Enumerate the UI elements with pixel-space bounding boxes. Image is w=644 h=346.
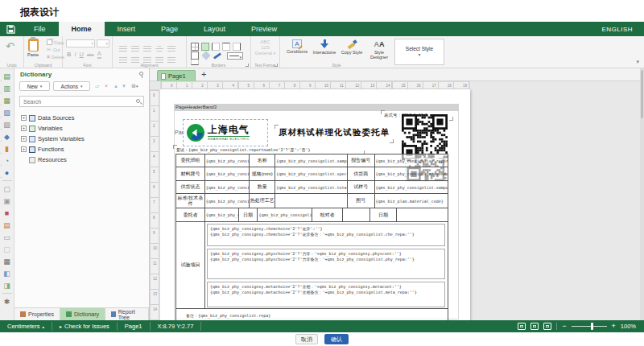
tree-item-system-variables[interactable]: +System Variables [14,134,149,144]
table-field-cell[interactable] [397,208,448,221]
undo-button[interactable]: ↶ [6,40,14,52]
text-rotate-icon[interactable] [155,46,163,52]
actions-button[interactable]: Actions▾ [53,81,90,91]
single-page-view-icon[interactable] [518,323,526,330]
report-bands-tool-icon[interactable]: ▤› [1,70,14,82]
italic-button[interactable]: I [74,51,76,58]
table-field-cell[interactable]: {qms_biz_phy_consignlist.status} [205,181,250,193]
table-label-cell[interactable]: 材料牌号 [176,167,205,180]
zoom-in-button[interactable]: + [612,323,616,330]
wrap-text-icon[interactable] [167,46,175,52]
subreport-tool-icon[interactable]: ▢ [1,243,14,255]
select-style-dropdown[interactable]: Select Style ▾ [394,39,444,65]
delete-button[interactable]: ×Delete [47,54,64,60]
no-borders-button[interactable] [201,43,209,51]
right-border-button[interactable] [233,43,241,51]
blank-page-tool-icon[interactable]: ▢ [1,183,14,195]
retest-expression-text[interactable]: 复试：{qms_biz_phy_consignlist.reportnuml==… [176,147,361,152]
zoom-slider[interactable] [572,326,607,327]
table-label-cell[interactable]: 数量 [250,181,275,193]
ribbon-tab-home[interactable]: Home [59,22,105,36]
border-color-icon[interactable] [213,52,221,59]
pin-icon[interactable] [139,72,143,76]
table-label-cell[interactable]: 标准/技术条件 [176,194,205,208]
panel-tab-properties[interactable]: Properties [14,308,60,320]
units-dropdown[interactable]: Centimeters▴ [0,322,52,331]
table-label-cell[interactable]: 试样号 [348,181,375,193]
table-label-cell[interactable]: 规格(mm) [250,167,275,180]
rich-text-tool-icon[interactable]: ▤ [1,219,14,231]
page-header-band[interactable]: PageHeaderBand3 [174,104,459,111]
bold-button[interactable]: B [67,51,71,58]
edit-icon[interactable]: ▱ [95,83,99,89]
check-for-issues-button[interactable]: ▸Check for Issues [52,322,118,331]
table-label-cell[interactable]: 日期 [239,208,258,221]
table-field-cell[interactable]: {qms_biz_phy_consignlist.material_grad} [205,167,250,180]
continuous-view-icon[interactable] [530,323,539,330]
panel-tab-dictionary[interactable]: Dictionary [60,308,105,320]
add-page-button[interactable]: + [201,69,206,79]
picture-tool-icon[interactable]: ◨ [1,279,14,291]
tree-item-functions[interactable]: +Functions [14,144,149,154]
table-label-cell[interactable]: 校对者 [312,208,343,221]
interaction-button[interactable]: Interactione [311,39,338,55]
font-name-select[interactable] [66,39,95,47]
align-bottom-icon[interactable] [143,46,151,52]
company-logo[interactable]: 上海电气 SHANGHAI ELECTRIC [183,119,268,146]
expander-icon[interactable]: + [21,115,27,121]
font-size-select[interactable] [97,39,109,47]
tree-item-data-sources[interactable]: +Data Sources [14,113,149,123]
canvas-vertical-scrollbar[interactable] [640,68,644,320]
gauge-tool-icon[interactable]: ◔› [1,154,14,167]
data-bands-tool-icon[interactable]: ▦› [1,94,14,106]
conditions-button[interactable]: A Conditions [283,39,311,54]
container-tool-icon[interactable]: ▭ [1,231,14,243]
delete-item-icon[interactable]: × [105,83,108,89]
font-color-button[interactable]: A [97,50,101,59]
paste-button[interactable]: Paste [27,39,39,57]
expander-icon[interactable]: + [21,146,27,152]
table-field-cell[interactable]: {qms_biz_phy_consignlist.standcode} [205,194,250,208]
left-border-button[interactable] [212,43,220,51]
table-field-cell[interactable]: {qms_biz_phy_consignlist.reportnum} [375,154,448,167]
table-field-cell[interactable]: {qms_biz_phy_consignlist.sampunionnum} [375,181,448,193]
components-tool-icon[interactable]: ▧› [1,106,14,118]
align-top-icon[interactable] [119,46,127,52]
ribbon-tab-insert[interactable]: Insert [105,22,149,36]
commission-form-table[interactable]: 委托班组{qms_biz_phy_consignlist.condegcode}… [175,154,448,320]
cut-button[interactable]: ✂Cut [47,47,60,52]
panel-tool-icon[interactable]: ▣ [1,195,14,207]
strikethrough-button[interactable]: abc [87,52,94,57]
ribbon-tab-preview[interactable]: Preview [238,22,290,36]
note-row[interactable]: 备注：{qms_biz_phy_consignlist.repa} [176,309,448,320]
fill-color-icon[interactable] [201,51,210,60]
border-style-select[interactable]: ▾ [227,52,243,60]
table-label-cell[interactable]: 日期 [370,208,398,221]
table-label-cell[interactable]: 委托班组 [176,154,205,167]
table-field-cell[interactable] [343,208,370,221]
ribbon-tab-layout[interactable]: Layout [191,22,238,36]
table-field-cell[interactable]: {qms_biz_plan.material_code} [375,194,448,208]
table-field-cell[interactable]: {qms_biz_phy_consignlist.sampname} [275,154,347,167]
language-switch[interactable]: ENGLISH [590,22,644,36]
settings-gear-icon[interactable]: ⊛▾ [131,83,138,89]
table-field-cell[interactable]: {qms_biz_phy_consignlist.cons} [205,208,239,221]
zoom-out-button[interactable]: − [562,323,566,330]
table-label-cell[interactable]: 供货商 [348,167,375,180]
top-border-button[interactable] [222,43,230,51]
copy-button[interactable]: Copy [47,39,64,45]
text-tool-icon[interactable]: ■ [1,207,14,219]
chart-tool-icon[interactable]: ▮› [1,142,14,154]
table-field-cell[interactable]: {qms_biz_phy_consignlist.condate} [258,208,312,221]
table-label-cell[interactable]: 委托者 [176,208,205,221]
confirm-button[interactable]: 确认 [324,334,349,344]
table-label-cell[interactable]: 名称 [250,154,275,167]
table-label-cell[interactable]: 供货状态 [176,181,205,193]
table-label-cell[interactable]: 图号 [348,194,375,208]
table-tool-icon[interactable]: ▦ [1,255,14,267]
tree-item-variables[interactable]: +Variables [14,123,149,134]
move-up-icon[interactable]: ▲ [114,83,118,89]
text-format-button[interactable]: ABC 123 General ▾ [251,39,279,56]
underline-button[interactable]: U [80,51,84,58]
table-field-cell[interactable] [275,194,347,208]
